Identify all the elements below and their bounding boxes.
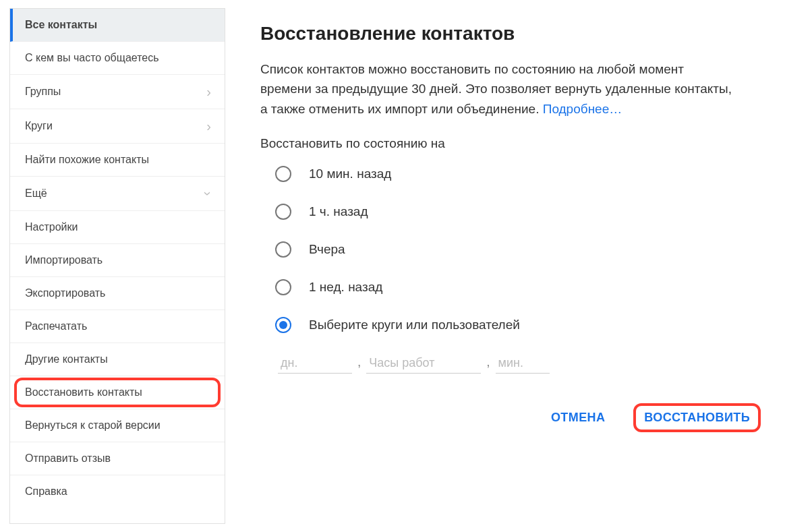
chevron-down-icon: ›: [202, 191, 216, 196]
radio-icon: [275, 166, 291, 182]
sidebar-item-import[interactable]: Импортировать: [10, 244, 225, 277]
radio-icon: [275, 279, 291, 295]
radio-option-1h[interactable]: 1 ч. назад: [275, 204, 777, 220]
radio-icon: [275, 241, 291, 258]
sidebar-item-other-contacts[interactable]: Другие контакты: [10, 343, 225, 376]
sidebar-item-export[interactable]: Экспортировать: [10, 277, 225, 310]
page-title: Восстановление контактов: [260, 23, 777, 45]
sidebar-item-label: Ещё: [25, 187, 47, 200]
days-input[interactable]: [278, 352, 352, 374]
sidebar-item-settings[interactable]: Настройки: [10, 211, 225, 244]
more-link[interactable]: Подробнее…: [543, 102, 622, 116]
sidebar-item-find-similar[interactable]: Найти похожие контакты: [10, 144, 225, 177]
sidebar-item-label: Найти похожие контакты: [25, 154, 149, 166]
description-text: Список контактов можно восстановить по с…: [260, 62, 732, 116]
sidebar-item-help[interactable]: Справка: [10, 475, 225, 508]
cancel-button[interactable]: ОТМЕНА: [542, 404, 614, 432]
radio-label: 10 мин. назад: [309, 167, 391, 181]
sidebar-item-all-contacts[interactable]: Все контакты: [10, 9, 225, 42]
separator: ,: [486, 355, 490, 374]
sidebar-item-label: Круги: [25, 120, 53, 132]
dialog-footer: ОТМЕНА ВОССТАНОВИТЬ: [260, 403, 777, 432]
sidebar-item-label: Группы: [25, 86, 61, 98]
custom-time-inputs: , ,: [278, 352, 777, 374]
mins-input[interactable]: [496, 352, 550, 374]
sidebar-item-label: Справка: [25, 485, 67, 498]
radio-icon: [275, 317, 291, 333]
sidebar-item-old-version[interactable]: Вернуться к старой версии: [10, 409, 225, 442]
sidebar-item-frequent[interactable]: С кем вы часто общаетесь: [10, 42, 225, 75]
radio-list: 10 мин. назад 1 ч. назад Вчера 1 нед. на…: [275, 166, 777, 333]
radio-option-yesterday[interactable]: Вчера: [275, 241, 777, 258]
sidebar-item-circles[interactable]: Круги ›: [10, 109, 225, 144]
main-panel: Восстановление контактов Список контакто…: [225, 0, 812, 532]
chevron-right-icon: ›: [206, 119, 211, 133]
radio-label: 1 нед. назад: [309, 280, 382, 295]
sidebar-item-label: Другие контакты: [25, 353, 108, 365]
sidebar-item-label: Отправить отзыв: [25, 452, 111, 465]
radio-label: 1 ч. назад: [309, 204, 368, 219]
sidebar-item-restore-contacts[interactable]: Восстановить контакты: [10, 376, 225, 409]
sidebar-item-groups[interactable]: Группы ›: [10, 75, 225, 109]
chevron-right-icon: ›: [206, 85, 211, 98]
sidebar-item-label: Все контакты: [25, 19, 97, 31]
sidebar-item-print[interactable]: Распечатать: [10, 310, 225, 343]
description: Список контактов можно восстановить по с…: [260, 59, 732, 119]
sidebar-item-label: Импортировать: [25, 254, 103, 266]
sidebar-item-feedback[interactable]: Отправить отзыв: [10, 442, 225, 475]
restore-button[interactable]: ВОССТАНОВИТЬ: [633, 403, 761, 432]
hours-input[interactable]: [366, 352, 481, 374]
sidebar-item-label: Распечатать: [25, 320, 87, 332]
sidebar-item-label: Экспортировать: [25, 287, 105, 299]
sidebar-item-label: С кем вы часто общаетесь: [25, 52, 159, 64]
radio-label: Вчера: [309, 242, 345, 257]
subtitle: Восстановить по состоянию на: [260, 136, 777, 151]
radio-option-custom[interactable]: Выберите круги или пользователей: [275, 317, 777, 333]
radio-icon: [275, 204, 291, 220]
sidebar-item-more[interactable]: Ещё ›: [10, 177, 225, 211]
sidebar-item-label: Настройки: [25, 221, 78, 233]
sidebar-item-label: Восстановить контакты: [25, 386, 142, 398]
radio-option-1week[interactable]: 1 нед. назад: [275, 279, 777, 295]
sidebar-item-label: Вернуться к старой версии: [25, 419, 161, 432]
radio-option-10min[interactable]: 10 мин. назад: [275, 166, 777, 182]
sidebar: Все контакты С кем вы часто общаетесь Гр…: [9, 8, 225, 524]
radio-label: Выберите круги или пользователей: [309, 318, 520, 332]
separator: ,: [357, 355, 361, 374]
